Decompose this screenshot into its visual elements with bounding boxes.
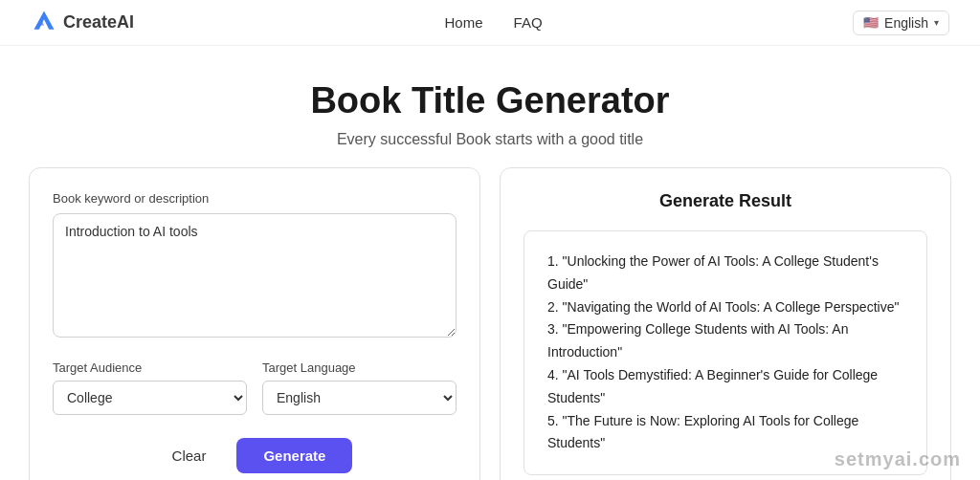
result-item-4: 4. "AI Tools Demystified: A Beginner's G… xyxy=(547,364,903,410)
selects-row: Target Audience College Children Teens A… xyxy=(53,360,457,415)
input-panel: Book keyword or description Introduction… xyxy=(29,167,480,480)
chevron-down-icon: ▾ xyxy=(934,17,939,28)
nav-faq[interactable]: FAQ xyxy=(514,14,543,31)
target-language-group: Target Language English Spanish French G… xyxy=(262,360,457,415)
language-selector[interactable]: 🇺🇸 English ▾ xyxy=(853,11,949,35)
logo-icon xyxy=(31,8,57,38)
target-language-label: Target Language xyxy=(262,360,457,375)
target-audience-label: Target Audience xyxy=(53,360,247,375)
keyword-label: Book keyword or description xyxy=(53,191,457,206)
keyword-textarea[interactable]: Introduction to AI tools xyxy=(53,213,457,338)
clear-button[interactable]: Clear xyxy=(157,440,222,471)
logo-text: CreateAI xyxy=(63,12,134,33)
target-language-select[interactable]: English Spanish French German Italian xyxy=(262,381,457,415)
result-item-3: 3. "Empowering College Students with AI … xyxy=(547,318,903,364)
results-container: 1. "Unlocking the Power of AI Tools: A C… xyxy=(523,230,927,475)
target-audience-group: Target Audience College Children Teens A… xyxy=(53,360,247,415)
page-title: Book Title Generator xyxy=(31,80,949,121)
logo[interactable]: CreateAI xyxy=(31,8,134,38)
target-audience-select[interactable]: College Children Teens Adults Profession… xyxy=(53,381,247,415)
flag-icon: 🇺🇸 xyxy=(863,15,879,30)
action-buttons: Clear Generate xyxy=(53,438,457,473)
hero-section: Book Title Generator Every successful Bo… xyxy=(0,46,980,167)
results-panel: Generate Result 1. "Unlocking the Power … xyxy=(500,167,951,480)
result-item-2: 2. "Navigating the World of AI Tools: A … xyxy=(547,296,903,319)
language-label: English xyxy=(884,15,928,31)
main-nav: Home FAQ xyxy=(445,14,543,31)
result-item-5: 5. "The Future is Now: Exploring AI Tool… xyxy=(547,410,903,456)
hero-subtitle: Every successful Book starts with a good… xyxy=(31,131,949,148)
nav-home[interactable]: Home xyxy=(445,14,483,31)
generate-button[interactable]: Generate xyxy=(236,438,352,473)
result-item-1: 1. "Unlocking the Power of AI Tools: A C… xyxy=(547,251,903,296)
main-content: Book keyword or description Introduction… xyxy=(0,167,980,480)
results-title: Generate Result xyxy=(523,191,927,211)
